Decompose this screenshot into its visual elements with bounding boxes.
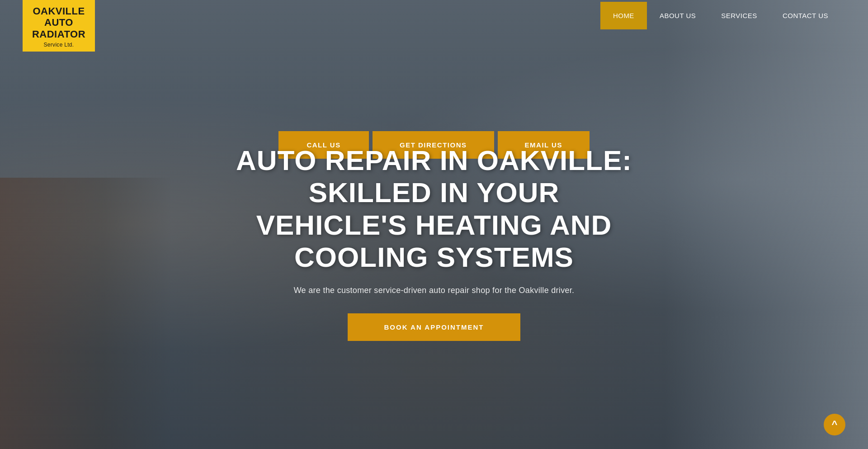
nav-item-contact[interactable]: CONTACT US (770, 2, 841, 29)
chevron-up-icon: ^ (832, 419, 838, 430)
hero-title: AUTO REPAIR IN OAKVILLE: SKILLED IN YOUR… (231, 144, 637, 273)
hero-section: OAKVILLE AUTO RADIATOR Service Ltd. HOME… (0, 0, 868, 449)
book-appointment-button[interactable]: BOOK AN APPOINTMENT (348, 313, 520, 341)
nav-item-home[interactable]: HOME (600, 2, 647, 29)
nav-item-services[interactable]: SERVICES (708, 2, 770, 29)
hero-content: AUTO REPAIR IN OAKVILLE: SKILLED IN YOUR… (231, 144, 637, 341)
nav-item-about[interactable]: ABOUT US (647, 2, 708, 29)
navbar: HOME ABOUT US SERVICES CONTACT US (0, 0, 868, 31)
bg-worker-left (0, 178, 172, 449)
nav-items: HOME ABOUT US SERVICES CONTACT US (600, 2, 841, 29)
logo-subtitle: Service Ltd. (31, 42, 87, 48)
hero-subtitle: We are the customer service-driven auto … (231, 286, 637, 295)
bg-equipment-right (665, 0, 868, 449)
scroll-to-top-button[interactable]: ^ (824, 414, 845, 435)
